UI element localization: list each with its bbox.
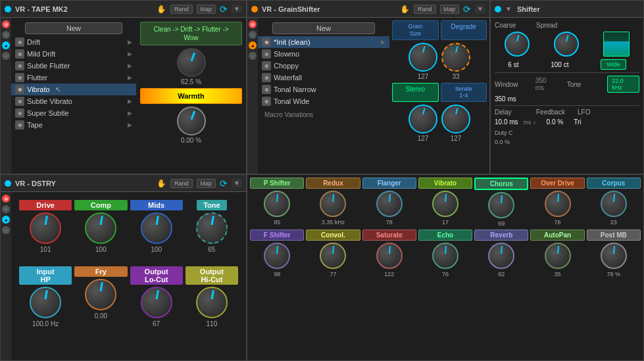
effect-reverb-label[interactable]: Reverb xyxy=(474,229,528,241)
effect-corpus-knob[interactable] xyxy=(601,191,627,217)
effect-fshifter-knob[interactable] xyxy=(264,243,290,269)
effect-pshifter-label[interactable]: P Shifter xyxy=(250,178,304,189)
dstry-tone-knob[interactable] xyxy=(196,212,228,244)
grain-nav-2[interactable]: + xyxy=(249,31,257,39)
dstry-rand-btn[interactable]: Rand xyxy=(170,179,193,188)
dstry-collapse-icon[interactable]: ▼ xyxy=(232,179,242,187)
dstry-outputlo-knob[interactable] xyxy=(141,287,172,318)
dstry-inputhp-knob[interactable] xyxy=(30,287,61,318)
dstry-nav-2[interactable]: + xyxy=(2,205,10,213)
effect-pshifter: P Shifter 85 xyxy=(250,178,304,227)
grain-size-btn[interactable]: GrainSize xyxy=(392,20,439,40)
shifter-spread-knob[interactable] xyxy=(554,32,579,57)
effect-echo-knob[interactable] xyxy=(432,243,458,269)
grain-collapse-icon[interactable]: ▼ xyxy=(475,5,485,13)
tape-preset-subtle-flutter[interactable]: ⊕ Subtle Flutter ▶ xyxy=(11,60,136,72)
grain-preset-choppy[interactable]: ⊕ Choppy xyxy=(258,60,389,72)
effect-overdrive-label[interactable]: Over Drive xyxy=(530,178,584,189)
tape-knob2[interactable] xyxy=(177,107,206,135)
effect-vibrato-label[interactable]: Vibrato xyxy=(418,178,472,189)
tape-sync-icon[interactable]: ⟳ xyxy=(220,4,228,14)
grain-map-btn[interactable]: Map xyxy=(440,5,460,14)
effect-autopan-label[interactable]: AutoPan xyxy=(530,229,584,241)
grain-preset-waterfall[interactable]: ⊕ Waterfall xyxy=(258,72,389,84)
grain-degrade-btn[interactable]: Degrade xyxy=(441,20,487,40)
shifter-wide-btn[interactable]: Wide xyxy=(601,59,626,70)
effect-postmb-label[interactable]: Post MB xyxy=(587,229,641,241)
tape-nav-3[interactable]: ● xyxy=(2,41,10,49)
grain-knob3[interactable] xyxy=(409,105,437,133)
grain-nav-3[interactable]: ● xyxy=(249,41,257,49)
dstry-fry-knob[interactable] xyxy=(85,279,116,310)
tape-collapse-icon[interactable]: ▼ xyxy=(232,5,242,13)
grain-iter-btn[interactable]: Iterate1-4 xyxy=(441,83,487,103)
tape-knob1[interactable] xyxy=(177,48,206,77)
grain-stereo-btn[interactable]: Stereo xyxy=(392,83,439,103)
tape-preset-drift[interactable]: ⊕ Drift ▶ xyxy=(11,36,136,48)
effect-saturate-label[interactable]: Saturate xyxy=(362,229,416,241)
shifter-collapse-icon[interactable]: ▼ xyxy=(505,5,512,12)
grain-new-btn[interactable]: New xyxy=(272,22,374,34)
dstry-drive-knob[interactable] xyxy=(30,212,61,244)
grain-preset-tonal-wide[interactable]: ⊕ Tonal Wide xyxy=(258,95,389,107)
effect-corpus-label[interactable]: Corpus xyxy=(587,178,641,189)
grain-knob4[interactable] xyxy=(441,105,470,133)
effect-redux-label[interactable]: Redux xyxy=(306,178,360,189)
effect-flanger: Flanger 78 xyxy=(362,178,416,227)
tape-preset-super-subtle[interactable]: ⊕ Super Subtle ▶ xyxy=(11,107,136,119)
effect-chorus-knob[interactable] xyxy=(488,192,514,218)
effect-overdrive-knob[interactable] xyxy=(545,191,571,217)
effect-redux-knob[interactable] xyxy=(320,191,346,217)
dstry-nav-1[interactable]: ⊗ xyxy=(2,195,10,203)
tape-preset-subtle-vibrato[interactable]: ⊕ Subtle Vibrato ▶ xyxy=(11,95,136,107)
effect-convol-label[interactable]: Convol. xyxy=(306,229,360,241)
effect-reverb-knob[interactable] xyxy=(488,243,514,269)
effect-vibrato-knob[interactable] xyxy=(432,191,458,217)
dstry-outputhi-knob[interactable] xyxy=(196,287,228,318)
tape-map-btn[interactable]: Map xyxy=(197,5,216,14)
dstry-outputhi-group: OutputHi-Cut 110 xyxy=(186,266,238,327)
dstry-map-btn[interactable]: Map xyxy=(197,179,216,188)
effect-convol-knob[interactable] xyxy=(320,243,346,269)
effect-chorus-label[interactable]: Chorus xyxy=(474,178,528,190)
effect-flanger-knob[interactable] xyxy=(376,191,403,217)
grain-preset-tonal-narrow[interactable]: ⊕ Tonal Narrow xyxy=(258,84,389,95)
effect-convol-value: 77 xyxy=(330,271,336,277)
grain-rand-btn[interactable]: Rand xyxy=(414,5,436,14)
dstry-nav-4[interactable]: − xyxy=(2,226,10,234)
dstry-drive-label: Drive xyxy=(19,200,72,210)
tape-preset-tape[interactable]: ⊕ Tape ▶ xyxy=(11,119,136,131)
grain-sync-icon[interactable]: ⟳ xyxy=(463,4,471,14)
grain-nav-1[interactable]: ⊗ xyxy=(249,20,257,28)
tape-rand-btn[interactable]: Rand xyxy=(170,5,193,14)
effect-overdrive-value: 76 xyxy=(555,219,561,226)
tape-preset-mild-drift[interactable]: ⊕ Mild Drift ▶ xyxy=(11,48,136,60)
tape-preset-vibrato[interactable]: ⊕ Vibrato ↖ xyxy=(11,84,136,95)
effect-fshifter-label[interactable]: F Shifter xyxy=(250,229,304,241)
dstry-sync-icon[interactable]: ⟳ xyxy=(220,178,228,189)
effect-pshifter-knob[interactable] xyxy=(264,191,290,217)
dstry-nav-3[interactable]: ● xyxy=(2,216,10,224)
grain-macro-variations[interactable]: Macro Variations xyxy=(258,107,389,122)
grain-knob2[interactable] xyxy=(441,43,470,72)
shifter-coarse-knob[interactable] xyxy=(505,32,530,57)
tape-preset-icon-subtle-vib: ⊕ xyxy=(15,97,24,106)
tape-nav-4[interactable]: − xyxy=(2,52,10,60)
dstry-mids-knob[interactable] xyxy=(141,212,172,244)
grain-preset-init[interactable]: ⊕ *Init (clean) ▶ xyxy=(258,36,389,48)
tape-new-btn[interactable]: New xyxy=(25,22,122,34)
grain-knob1[interactable] xyxy=(409,43,437,72)
tape-preset-icon-subtle-flutter: ⊕ xyxy=(15,61,24,70)
grain-nav-4[interactable]: − xyxy=(249,52,257,60)
effect-echo-label[interactable]: Echo xyxy=(418,229,472,241)
effect-saturate-knob[interactable] xyxy=(376,243,403,269)
effect-postmb-knob[interactable] xyxy=(601,243,627,269)
tape-warmth-bar[interactable]: Warmth xyxy=(140,88,242,104)
dstry-comp-knob[interactable] xyxy=(85,212,116,244)
effect-flanger-label[interactable]: Flanger xyxy=(362,178,416,189)
tape-nav-2[interactable]: + xyxy=(2,31,10,39)
tape-nav-1[interactable]: ⊗ xyxy=(2,20,10,28)
grain-preset-slowmo[interactable]: ⊕ Slowmo xyxy=(258,48,389,60)
tape-preset-flutter[interactable]: ⊕ Flutter ▶ xyxy=(11,72,136,84)
effect-autopan-knob[interactable] xyxy=(545,243,571,269)
